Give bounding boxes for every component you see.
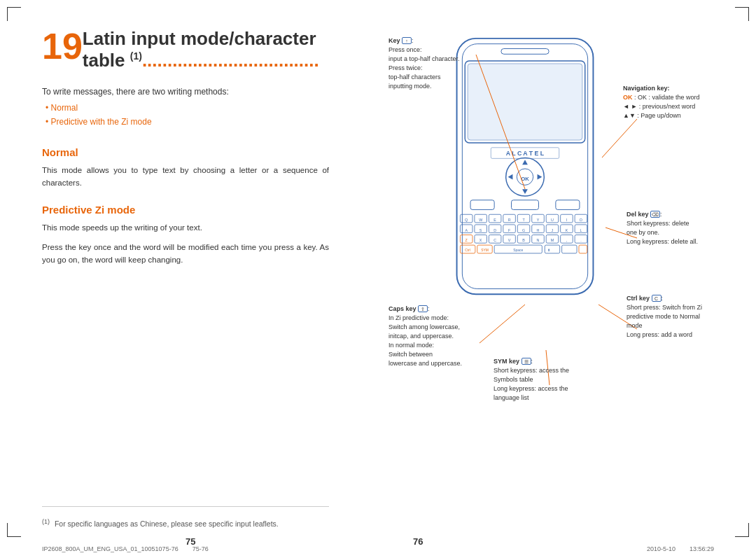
svg-text:D: D: [493, 228, 496, 232]
page-spread: 19 Latin input mode/character table (1).…: [0, 0, 756, 558]
intro-text: To write messages, there are two writing…: [42, 85, 329, 98]
svg-rect-2: [501, 48, 549, 54]
svg-text:,: ,: [566, 238, 568, 242]
svg-text:A L C A T E L: A L C A T E L: [506, 150, 545, 157]
svg-text:.: .: [580, 238, 582, 242]
caps-callout: Caps key ⇧: In Zi predictive mode: Switc…: [388, 305, 493, 368]
svg-text:J: J: [552, 228, 554, 232]
svg-text:G: G: [522, 228, 525, 232]
svg-line-84: [602, 119, 637, 158]
svg-text:SYM: SYM: [481, 249, 489, 252]
bullet-item-normal: • Normal: [46, 102, 329, 115]
svg-rect-4: [468, 64, 582, 140]
footer-left: IP2608_800A_UM_ENG_USA_01_10051075-76 75…: [42, 545, 209, 552]
svg-text:L: L: [580, 228, 582, 232]
phone-diagram: A L C A T E L OK: [385, 14, 735, 476]
svg-text:A: A: [465, 228, 468, 232]
nav-callout: Navigation key: OK : OK : validate the w…: [623, 84, 728, 120]
page-number-right: 76: [413, 536, 423, 547]
svg-text:M: M: [551, 238, 554, 242]
right-page: A L C A T E L OK: [364, 0, 756, 558]
title-line1: Latin input mode/character: [83, 28, 319, 50]
svg-text:V: V: [508, 238, 511, 242]
svg-rect-16: [556, 200, 580, 210]
normal-body: This mode allows you to type text by cho…: [42, 164, 329, 190]
svg-text:H: H: [537, 228, 540, 232]
svg-rect-78: [579, 245, 587, 253]
footer: IP2608_800A_UM_ENG_USA_01_10051075-76 75…: [0, 545, 756, 552]
svg-marker-12: [508, 174, 513, 180]
svg-text:E: E: [493, 218, 496, 222]
chapter-title-area: 19 Latin input mode/character table (1).…: [42, 28, 329, 71]
bullet-item-predictive: • Predictive with the Zi mode: [46, 116, 329, 129]
svg-text:Q: Q: [465, 218, 468, 222]
svg-text:B: B: [522, 238, 525, 242]
svg-text:Z: Z: [465, 238, 468, 242]
chapter-number: 19: [42, 28, 83, 64]
footnote-area: (1) For specific languages as Chinese, p…: [42, 506, 329, 530]
footnote-text: (1) For specific languages as Chinese, p…: [42, 517, 329, 530]
svg-text:⬆: ⬆: [547, 249, 550, 252]
svg-text:S: S: [479, 228, 482, 232]
sym-callout: SYM key ☰: Short keypress: access the Sy…: [493, 357, 602, 403]
svg-text:O: O: [580, 218, 582, 222]
predictive-body1: This mode speeds up the writing of your …: [42, 221, 329, 234]
svg-text:Ctrl: Ctrl: [465, 249, 470, 252]
svg-marker-10: [522, 160, 528, 165]
svg-text:Y: Y: [537, 218, 540, 222]
footer-time: 13:56:29: [690, 545, 714, 552]
section-heading-predictive: Predictive Zi mode: [42, 204, 329, 216]
footer-right: 2010-5-10 13:56:29: [647, 545, 714, 552]
footer-code: IP2608_800A_UM_ENG_USA_01_10051075-76: [42, 545, 178, 552]
svg-text:N: N: [537, 238, 540, 242]
key-callout: Key ↑: Press once: input a top-half char…: [388, 36, 479, 91]
svg-text:U: U: [551, 218, 554, 222]
svg-text:X: X: [479, 238, 482, 242]
svg-text:C: C: [493, 238, 496, 242]
svg-text:R: R: [508, 218, 511, 222]
footer-date: 2010-5-10: [647, 545, 676, 552]
svg-rect-14: [470, 200, 494, 210]
svg-rect-77: [562, 245, 577, 253]
page-number-left: 75: [186, 536, 195, 547]
ctrl-callout: Ctrl key C: Short press: Switch from Zi …: [626, 294, 732, 340]
svg-text:T: T: [522, 218, 525, 222]
svg-text:OK: OK: [521, 176, 529, 182]
chapter-title-text: Latin input mode/character table (1)....…: [83, 28, 319, 71]
svg-marker-13: [538, 174, 542, 180]
svg-text:I: I: [566, 218, 568, 222]
svg-text:K: K: [566, 228, 568, 232]
svg-marker-11: [522, 189, 528, 194]
title-line2: table (1)...............................…: [83, 50, 319, 71]
section-heading-normal: Normal: [42, 146, 329, 158]
left-page: 19 Latin input mode/character table (1).…: [0, 0, 364, 558]
svg-text:W: W: [479, 218, 483, 222]
del-callout: Del key ⌫: Short keypress: delete one by…: [626, 210, 732, 246]
svg-text:Space: Space: [513, 249, 523, 252]
bullet-list: • Normal • Predictive with the Zi mode: [46, 102, 329, 128]
svg-text:F: F: [508, 228, 511, 232]
predictive-body2: Press the key once and the word will be …: [42, 241, 329, 267]
svg-rect-15: [512, 200, 539, 210]
